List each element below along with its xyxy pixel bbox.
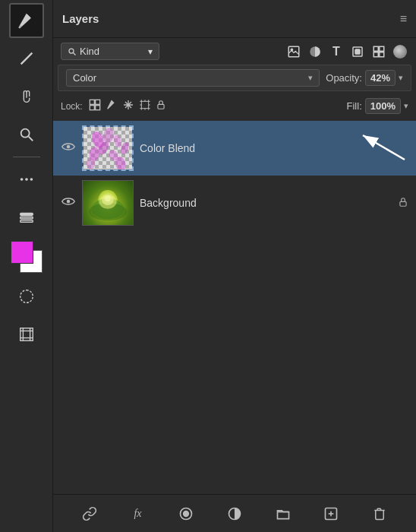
svg-point-47 xyxy=(102,127,115,144)
svg-line-3 xyxy=(28,137,33,141)
svg-point-65 xyxy=(184,511,189,516)
line-icon xyxy=(18,50,35,67)
layer-name-background: Background xyxy=(140,197,392,209)
svg-rect-9 xyxy=(20,220,33,223)
color-swatch[interactable] xyxy=(9,239,44,274)
brush-icon xyxy=(17,11,36,30)
add-layer-style-button[interactable]: fx xyxy=(126,502,150,526)
kind-chevron xyxy=(148,46,153,57)
selection-icon xyxy=(18,288,35,305)
lock-artboard-icon xyxy=(139,99,151,111)
svg-rect-22 xyxy=(355,49,360,54)
lock-all-button[interactable] xyxy=(156,99,166,113)
blend-opacity-row: Color ▾ Opacity: 42% ▾ xyxy=(58,65,411,91)
panel-menu-button[interactable]: ≡ xyxy=(400,12,407,26)
svg-point-6 xyxy=(30,178,33,181)
opacity-value[interactable]: 42% xyxy=(365,70,396,86)
new-fill-adjustment-button[interactable] xyxy=(222,502,247,526)
lotus-svg xyxy=(83,181,133,225)
layer-thumbnail-background xyxy=(82,180,134,226)
frame-icon xyxy=(18,326,35,343)
lock-position-button[interactable] xyxy=(122,99,134,113)
fx-icon: fx xyxy=(134,508,141,520)
link-layers-button[interactable] xyxy=(77,502,102,526)
lock-pixels-button[interactable] xyxy=(89,99,101,113)
lock-row: Lock: xyxy=(53,94,416,118)
svg-rect-8 xyxy=(20,217,33,219)
eye-icon-bg xyxy=(61,196,75,207)
layer-item-color-blend[interactable]: Color Blend xyxy=(53,121,416,176)
kind-dropdown[interactable]: Kind xyxy=(61,43,159,60)
fill-label: Fill: xyxy=(347,100,362,112)
lock-icon-badge xyxy=(398,196,408,208)
svg-rect-31 xyxy=(141,101,148,108)
hand-icon xyxy=(18,88,35,105)
panel-header: Layers ≡ xyxy=(53,0,416,38)
text-filter-icon: T xyxy=(332,45,340,59)
fill-value[interactable]: 100% xyxy=(365,98,401,114)
layer-thumbnail-color-blend xyxy=(82,125,134,171)
add-mask-button[interactable] xyxy=(174,502,198,526)
separator xyxy=(13,157,40,157)
svg-rect-29 xyxy=(90,106,94,110)
opacity-label: Opacity: xyxy=(326,72,362,84)
opacity-control: Opacity: 42% ▾ xyxy=(326,70,403,86)
selection-tool-button[interactable] xyxy=(9,279,44,314)
delete-layer-button[interactable] xyxy=(367,502,392,526)
svg-rect-44 xyxy=(158,104,164,109)
lock-icons-group xyxy=(89,99,166,113)
layers-panel: Layers ≡ Kind xyxy=(53,0,416,532)
new-group-button[interactable] xyxy=(271,502,295,526)
new-layer-button[interactable] xyxy=(319,502,343,526)
lock-image-icon xyxy=(106,99,118,111)
lock-label: Lock: xyxy=(61,101,83,112)
lock-all-icon xyxy=(156,99,166,111)
layer-item-background[interactable]: Background xyxy=(53,176,416,230)
layer-visibility-background[interactable] xyxy=(61,196,76,210)
svg-rect-10 xyxy=(20,290,33,303)
svg-rect-30 xyxy=(95,106,99,110)
frame-tool-button[interactable] xyxy=(9,317,44,352)
svg-point-53 xyxy=(87,158,95,169)
adjustment-icon xyxy=(227,506,242,521)
svg-point-49 xyxy=(112,134,122,148)
svg-rect-11 xyxy=(20,328,33,341)
svg-point-62 xyxy=(105,195,111,201)
layer-lock-badge xyxy=(398,196,408,211)
lock-pixels-icon xyxy=(89,99,101,111)
more-tools-button[interactable] xyxy=(9,162,44,197)
search-icon xyxy=(68,47,77,56)
opacity-chevron[interactable]: ▾ xyxy=(399,73,403,83)
svg-rect-26 xyxy=(380,52,384,56)
shape-filter-icon xyxy=(351,45,364,59)
move-tool-button[interactable] xyxy=(9,200,44,235)
svg-rect-27 xyxy=(90,100,94,104)
smart-filter-icon xyxy=(372,45,386,59)
filter-text-button[interactable]: T xyxy=(328,43,345,60)
svg-rect-23 xyxy=(373,46,378,51)
filter-smart-button[interactable] xyxy=(370,43,387,60)
panel-footer: fx xyxy=(53,494,416,532)
move-icon xyxy=(18,209,35,226)
filter-image-button[interactable] xyxy=(285,43,302,60)
kind-value: Kind xyxy=(80,46,99,57)
fill-chevron[interactable]: ▾ xyxy=(404,101,408,111)
svg-line-1 xyxy=(20,53,32,65)
filter-shape-button[interactable] xyxy=(349,43,366,60)
layer-visibility-color-blend[interactable] xyxy=(61,141,76,155)
hand-tool-button[interactable] xyxy=(9,79,44,114)
svg-point-5 xyxy=(25,178,28,181)
lock-artboard-button[interactable] xyxy=(139,99,151,113)
svg-rect-24 xyxy=(380,46,384,51)
brush-tool-button[interactable] xyxy=(9,3,44,38)
line-tool-button[interactable] xyxy=(9,41,44,76)
blend-mode-dropdown[interactable]: Color ▾ xyxy=(66,69,320,87)
svg-point-45 xyxy=(67,145,71,149)
lock-image-button[interactable] xyxy=(106,99,118,113)
svg-rect-63 xyxy=(400,201,406,206)
zoom-tool-button[interactable] xyxy=(9,117,44,152)
filter-adjustment-button[interactable] xyxy=(307,43,323,60)
toolbar xyxy=(0,0,53,532)
svg-point-2 xyxy=(20,129,29,138)
filter-mode-button[interactable] xyxy=(392,43,408,60)
